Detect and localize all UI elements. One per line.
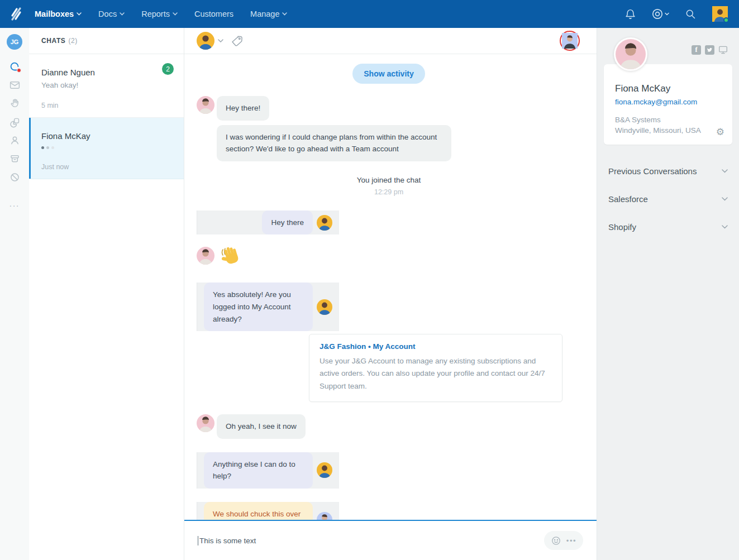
chat-list-item-fiona[interactable]: Fiona McKay Just now — [29, 118, 184, 179]
nav-docs[interactable]: Docs — [98, 9, 125, 18]
chats-count: (2) — [68, 37, 77, 45]
user-avatar[interactable] — [712, 6, 728, 22]
helpscout-logo-icon[interactable] — [8, 6, 25, 22]
customer-avatar — [197, 96, 214, 114]
chevron-down-icon — [77, 12, 82, 16]
composer-actions: ••• — [544, 531, 583, 550]
rail-spam-icon[interactable] — [5, 168, 24, 186]
system-event-time: 12:29 pm — [197, 188, 581, 196]
viewing-teammate-avatar[interactable] — [560, 31, 580, 51]
show-activity-button[interactable]: Show activity — [352, 64, 425, 84]
notifications-bell-icon[interactable] — [621, 4, 640, 23]
nav-docs-label: Docs — [98, 9, 117, 18]
assignee-selector[interactable] — [197, 32, 223, 50]
agent-avatar — [317, 299, 332, 315]
section-label: Shopify — [608, 222, 636, 232]
facebook-icon[interactable]: f — [692, 45, 701, 55]
nav-manage[interactable]: Manage — [250, 9, 287, 18]
unread-count-badge: 2 — [162, 63, 174, 75]
message-row: Hey there! — [197, 96, 581, 121]
customer-company: B&A Systems — [615, 116, 721, 124]
chevron-down-icon — [120, 12, 125, 16]
tag-icon[interactable] — [231, 35, 244, 47]
online-status-dot — [723, 17, 729, 23]
customer-location: Windyville, Missouri, USA — [615, 126, 721, 135]
rail-mail-icon[interactable] — [5, 76, 24, 94]
chevron-down-icon — [282, 12, 287, 16]
customer-profile-card: Fiona McKay fiona.mckay@gmail.com B&A Sy… — [604, 64, 732, 145]
rail-more-dots: ... — [9, 199, 20, 208]
message-row: Hey there — [197, 210, 339, 235]
customer-avatar — [197, 247, 214, 265]
system-event-text: You joined the chat — [197, 176, 581, 184]
social-links: f — [692, 45, 728, 55]
assignee-avatar — [197, 32, 214, 50]
conversation-panel: Show activity Hey there! I was wondering… — [184, 28, 597, 560]
message-row: Yes absolutely! Are you logged into My A… — [197, 283, 339, 331]
chats-heading: CHATS — [41, 37, 65, 45]
gear-icon[interactable]: ⚙ — [716, 127, 724, 137]
chat-item-time: Just now — [41, 163, 173, 171]
agent-avatar — [317, 462, 332, 478]
shared-link-title[interactable]: J&G Fashion • My Account — [320, 342, 552, 351]
nav-customers[interactable]: Customers — [194, 9, 233, 18]
nav-mailboxes[interactable]: Mailboxes — [35, 9, 82, 18]
customer-message-bubble: I was wondering if I could change plans … — [217, 125, 451, 161]
text-cursor — [198, 536, 198, 545]
typing-dot — [41, 146, 44, 149]
customer-email[interactable]: fiona.mckay@gmail.com — [615, 98, 721, 106]
section-shopify[interactable]: Shopify — [608, 213, 728, 241]
rail-customers-icon[interactable] — [5, 131, 24, 150]
chat-item-preview: Yeah okay! — [41, 81, 173, 89]
chat-list-header: CHATS (2) — [29, 28, 184, 54]
left-icon-rail: JG — [0, 28, 29, 560]
chevron-down-icon — [722, 197, 728, 201]
shared-link-card[interactable]: J&G Fashion • My Account Use your J&G Ac… — [309, 334, 562, 402]
chat-widget-icon[interactable] — [718, 46, 728, 54]
chat-list-item-dianne[interactable]: Dianne Nguen Yeah okay! 5 min 2 — [29, 54, 184, 118]
rail-user-avatar[interactable]: JG — [7, 34, 22, 50]
rail-docs-icon[interactable] — [5, 113, 24, 131]
search-icon[interactable] — [681, 4, 700, 23]
sidebar-sections: Previous Conversations Salesforce Shopif… — [604, 157, 732, 241]
message-row: We should chuck this over to design — [197, 502, 339, 520]
twitter-icon[interactable] — [705, 45, 714, 55]
section-previous-conversations[interactable]: Previous Conversations — [608, 157, 728, 185]
section-salesforce[interactable]: Salesforce — [608, 185, 728, 213]
beacon-icon[interactable] — [651, 4, 670, 23]
nav-reports[interactable]: Reports — [141, 9, 178, 18]
rail-chats-icon[interactable] — [5, 58, 24, 76]
rail-archive-icon[interactable] — [5, 150, 24, 168]
teammate-avatar-image — [562, 33, 578, 49]
agent-message-bubble: Anything else I can do to help? — [204, 452, 313, 489]
agent-message-bubble: Hey there — [262, 210, 313, 235]
nav-manage-label: Manage — [250, 9, 279, 18]
chat-list-panel: CHATS (2) Dianne Nguen Yeah okay! 5 min … — [29, 28, 184, 560]
customer-profile: f Fiona McKay fiona.mckay@gmail.com B&A … — [604, 28, 732, 145]
chat-item-name: Dianne Nguen — [41, 68, 173, 77]
customer-sidebar: f Fiona McKay fiona.mckay@gmail.com B&A … — [597, 28, 739, 560]
rail-hand-icon[interactable] — [5, 94, 24, 113]
teammate-avatar — [317, 512, 332, 520]
chat-item-name: Fiona McKay — [41, 131, 173, 141]
reply-composer[interactable]: This is some text ••• — [184, 520, 597, 560]
nav-customers-label: Customers — [194, 9, 233, 18]
composer-input[interactable]: This is some text — [199, 537, 256, 545]
nav-mailboxes-label: Mailboxes — [35, 9, 74, 18]
unread-indicator-dot — [17, 68, 21, 73]
typing-dot — [51, 146, 54, 149]
nav-reports-label: Reports — [141, 9, 170, 18]
conversation-header — [184, 28, 597, 54]
chevron-down-icon — [173, 12, 178, 16]
message-row: I was wondering if I could change plans … — [197, 125, 581, 161]
customer-avatar — [197, 414, 214, 432]
more-options-icon[interactable]: ••• — [566, 537, 576, 545]
typing-indicator — [41, 146, 173, 149]
chat-item-time: 5 min — [41, 102, 173, 109]
customer-message-bubble: Hey there! — [217, 96, 269, 121]
rail-more-icon[interactable]: ... — [9, 199, 20, 208]
waving-hand-emoji — [219, 245, 244, 269]
chevron-down-icon — [218, 39, 223, 43]
message-row — [197, 247, 581, 269]
emoji-icon[interactable] — [551, 535, 561, 546]
